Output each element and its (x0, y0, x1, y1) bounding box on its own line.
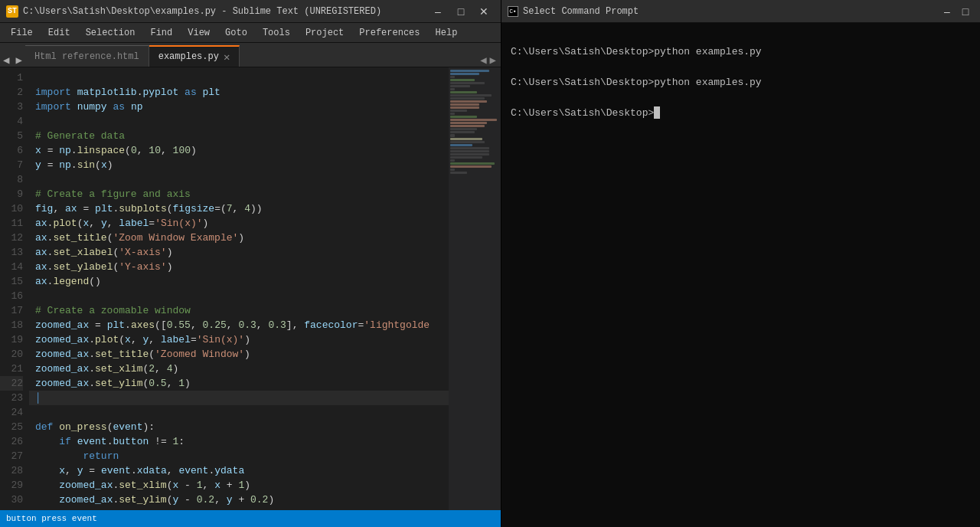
minimap[interactable] (449, 67, 501, 510)
tab-html-reference[interactable]: Html reference.html (25, 45, 149, 67)
main-container: ST C:\Users\Satish\Desktop\examples.py -… (0, 0, 980, 527)
line-num-4: 4 (0, 114, 23, 129)
menu-preferences[interactable]: Preferences (351, 23, 427, 42)
menu-bar: File Edit Selection Find View Goto Tools… (0, 23, 501, 43)
status-bar: button press event (0, 510, 501, 527)
tab-right-controls: ◀ ▶ (480, 54, 501, 67)
terminal-app-icon: C▪ (508, 6, 518, 17)
line-num-3: 3 (0, 100, 23, 114)
line-num-22: 22 (0, 376, 23, 391)
line-num-2: 2 (0, 85, 23, 100)
menu-goto[interactable]: Goto (217, 23, 255, 42)
line-num-17: 17 (0, 303, 23, 318)
line-num-18: 18 (0, 318, 23, 332)
line-num-10: 10 (0, 201, 23, 216)
terminal-controls: – □ (939, 3, 974, 20)
terminal-cursor (654, 106, 660, 119)
line-numbers: 1 2 3 4 5 6 7 8 9 10 11 12 13 14 15 16 1 (0, 67, 29, 510)
code-editor[interactable]: import matplotlib.pyplot as plt import n… (29, 67, 449, 510)
terminal-title-left: C▪ Select Command Prompt (508, 6, 639, 17)
minimap-content (449, 67, 501, 510)
tab-bar: ◀ ▶ Html reference.html examples.py ✕ ◀ … (0, 43, 501, 67)
terminal-line-1: C:\Users\Satish\Desktop>python examples.… (511, 46, 762, 57)
editor-pane: ST C:\Users\Satish\Desktop\examples.py -… (0, 0, 501, 527)
title-bar-left: ST C:\Users\Satish\Desktop\examples.py -… (6, 5, 381, 18)
line-num-15: 15 (0, 274, 23, 289)
line-num-21: 21 (0, 362, 23, 376)
line-num-25: 25 (0, 420, 23, 434)
menu-project[interactable]: Project (298, 23, 351, 42)
line-num-29: 29 (0, 478, 23, 493)
app-icon: ST (6, 5, 18, 18)
terminal-title: Select Command Prompt (523, 6, 639, 17)
editor-body: 1 2 3 4 5 6 7 8 9 10 11 12 13 14 15 16 1 (0, 67, 501, 510)
menu-view[interactable]: View (180, 23, 217, 42)
menu-tools[interactable]: Tools (255, 23, 298, 42)
tab-nav-prev[interactable]: ◀ (0, 54, 12, 67)
minimize-button[interactable]: – (427, 3, 449, 20)
menu-file[interactable]: File (3, 23, 41, 42)
line-num-1: 1 (0, 70, 23, 85)
window-title: C:\Users\Satish\Desktop\examples.py - Su… (23, 6, 381, 17)
line-num-23: 23 (0, 391, 23, 405)
tab-examples-py[interactable]: examples.py ✕ (149, 45, 240, 67)
tab-scroll-left-icon[interactable]: ◀ (480, 54, 486, 67)
terminal-maximize-button[interactable]: □ (957, 3, 974, 20)
line-num-27: 27 (0, 449, 23, 463)
line-num-28: 28 (0, 463, 23, 478)
line-num-30: 30 (0, 493, 23, 507)
line-num-9: 9 (0, 187, 23, 201)
tab-scroll-right-icon[interactable]: ▶ (490, 54, 496, 67)
menu-selection[interactable]: Selection (78, 23, 143, 42)
line-num-19: 19 (0, 332, 23, 347)
line-num-26: 26 (0, 434, 23, 449)
terminal-body[interactable]: C:\Users\Satish\Desktop>python examples.… (501, 23, 980, 527)
line-num-7: 7 (0, 158, 23, 172)
line-num-6: 6 (0, 143, 23, 158)
line-num-5: 5 (0, 129, 23, 143)
line-num-8: 8 (0, 172, 23, 187)
close-button[interactable]: ✕ (473, 3, 495, 20)
line-num-11: 11 (0, 216, 23, 231)
terminal-minimize-button[interactable]: – (939, 3, 956, 20)
line-num-16: 16 (0, 289, 23, 303)
menu-find[interactable]: Find (142, 23, 180, 42)
tab-nav-next[interactable]: ▶ (12, 54, 24, 67)
line-num-12: 12 (0, 231, 23, 245)
menu-help[interactable]: Help (428, 23, 466, 42)
tab-html-label: Html reference.html (34, 51, 139, 62)
line-num-13: 13 (0, 245, 23, 260)
status-text: button press event (6, 514, 495, 523)
title-bar-controls: – □ ✕ (427, 3, 495, 20)
menu-edit[interactable]: Edit (41, 23, 78, 42)
line-num-14: 14 (0, 260, 23, 274)
terminal-line-3: C:\Users\Satish\Desktop>python examples.… (511, 77, 762, 88)
app-root: ST C:\Users\Satish\Desktop\examples.py -… (0, 0, 980, 527)
line-num-20: 20 (0, 347, 23, 362)
terminal-prompt: C:\Users\Satish\Desktop> (511, 107, 654, 119)
tab-close-icon[interactable]: ✕ (224, 51, 230, 64)
editor-title-bar: ST C:\Users\Satish\Desktop\examples.py -… (0, 0, 501, 23)
terminal-title-bar: C▪ Select Command Prompt – □ (501, 0, 980, 23)
tab-py-label: examples.py (158, 51, 219, 62)
maximize-button[interactable]: □ (450, 3, 472, 20)
line-num-24: 24 (0, 405, 23, 420)
terminal-pane: C▪ Select Command Prompt – □ C:\Users\Sa… (501, 0, 980, 527)
